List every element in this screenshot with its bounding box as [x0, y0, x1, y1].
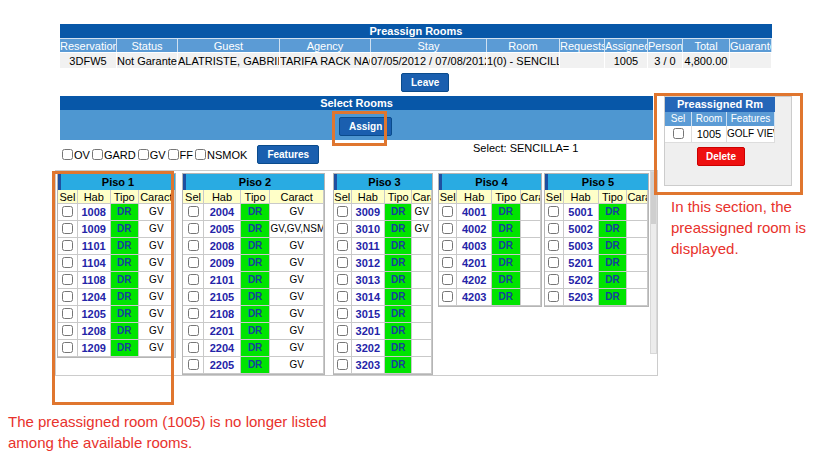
room-number-link[interactable]: 1008 [78, 204, 111, 221]
scrollbar-thumb[interactable] [651, 172, 656, 224]
room-number-link[interactable]: 2105 [204, 289, 241, 306]
room-number-link[interactable]: 1204 [78, 289, 111, 306]
room-select-checkbox[interactable] [337, 206, 348, 217]
room-select-checkbox[interactable] [62, 325, 73, 336]
room-number-link[interactable]: 3013 [352, 272, 385, 289]
room-select-checkbox[interactable] [442, 257, 453, 268]
room-type-cell: DR [111, 204, 139, 221]
room-number-link[interactable]: 1209 [78, 340, 111, 357]
features-button[interactable]: Features [257, 145, 319, 164]
room-number-link[interactable]: 3015 [352, 306, 385, 323]
room-select-checkbox[interactable] [188, 257, 199, 268]
room-number-link[interactable]: 1104 [78, 255, 111, 272]
room-number-link[interactable]: 3202 [352, 340, 385, 357]
room-select-checkbox[interactable] [442, 240, 453, 251]
room-select-checkbox[interactable] [337, 240, 348, 251]
leave-button[interactable]: Leave [401, 73, 449, 92]
room-number-link[interactable]: 5201 [564, 255, 599, 272]
room-number-link[interactable]: 2101 [204, 272, 241, 289]
filter-checkbox-gard[interactable] [92, 149, 103, 160]
room-select-checkbox[interactable] [62, 342, 73, 353]
room-number-link[interactable]: 1208 [78, 323, 111, 340]
room-number-link[interactable]: 1108 [78, 272, 111, 289]
room-select-checkbox[interactable] [62, 274, 73, 285]
room-number-link[interactable]: 3201 [352, 323, 385, 340]
room-select-cell [58, 272, 78, 289]
room-number-link[interactable]: 4203 [457, 289, 492, 306]
room-select-checkbox[interactable] [337, 274, 348, 285]
room-number-link[interactable]: 3009 [352, 204, 385, 221]
room-number-link[interactable]: 5202 [564, 272, 599, 289]
delete-button[interactable]: Delete [697, 147, 745, 166]
filter-checkbox-ov[interactable] [62, 149, 73, 160]
room-number-link[interactable]: 2005 [204, 221, 241, 238]
room-select-checkbox[interactable] [62, 206, 73, 217]
room-number-link[interactable]: 5203 [564, 289, 599, 306]
room-select-checkbox[interactable] [548, 206, 559, 217]
filter-checkbox-gv[interactable] [138, 149, 149, 160]
room-number-link[interactable]: 2201 [204, 323, 241, 340]
room-number-link[interactable]: 1205 [78, 306, 111, 323]
room-number-link[interactable]: 4202 [457, 272, 492, 289]
room-number-link[interactable]: 4001 [457, 204, 492, 221]
room-select-checkbox[interactable] [442, 274, 453, 285]
room-select-checkbox[interactable] [337, 308, 348, 319]
filter-checkbox-ff[interactable] [168, 149, 179, 160]
room-select-checkbox[interactable] [188, 240, 199, 251]
room-number-link[interactable]: 4003 [457, 238, 492, 255]
room-number-link[interactable]: 3010 [352, 221, 385, 238]
room-select-checkbox[interactable] [188, 223, 199, 234]
room-select-checkbox[interactable] [548, 257, 559, 268]
room-select-checkbox[interactable] [188, 206, 199, 217]
room-select-checkbox[interactable] [337, 257, 348, 268]
room-number-link[interactable]: 3014 [352, 289, 385, 306]
room-number-link[interactable]: 2205 [204, 357, 241, 374]
room-number-link[interactable]: 5001 [564, 204, 599, 221]
room-number-link[interactable]: 3203 [352, 357, 385, 374]
room-number-link[interactable]: 1101 [78, 238, 111, 255]
room-select-checkbox[interactable] [62, 223, 73, 234]
room-select-checkbox[interactable] [442, 206, 453, 217]
room-select-checkbox[interactable] [188, 325, 199, 336]
room-select-checkbox[interactable] [548, 274, 559, 285]
room-type-cell: DR [599, 238, 628, 255]
room-number-link[interactable]: 3012 [352, 255, 385, 272]
room-select-checkbox[interactable] [337, 291, 348, 302]
room-number-link[interactable]: 4002 [457, 221, 492, 238]
room-select-checkbox[interactable] [188, 308, 199, 319]
room-select-checkbox[interactable] [188, 274, 199, 285]
room-select-checkbox[interactable] [188, 342, 199, 353]
room-select-checkbox[interactable] [62, 257, 73, 268]
room-select-checkbox[interactable] [442, 291, 453, 302]
room-select-checkbox[interactable] [188, 291, 199, 302]
preassigned-select-checkbox[interactable] [673, 128, 684, 139]
room-select-cell [439, 289, 457, 306]
room-select-checkbox[interactable] [442, 223, 453, 234]
assign-button[interactable]: Assign [339, 117, 392, 136]
room-select-checkbox[interactable] [337, 342, 348, 353]
room-select-checkbox[interactable] [548, 291, 559, 302]
rooms-scrollbar[interactable] [650, 171, 657, 354]
room-number-link[interactable]: 4201 [457, 255, 492, 272]
room-number-link[interactable]: 1009 [78, 221, 111, 238]
room-number-link[interactable]: 5002 [564, 221, 599, 238]
room-select-checkbox[interactable] [548, 240, 559, 251]
room-row: 4001DR [439, 204, 541, 221]
room-select-checkbox[interactable] [188, 359, 199, 370]
filter-checkbox-nsmok[interactable] [195, 149, 206, 160]
room-number-link[interactable]: 3011 [352, 238, 385, 255]
room-select-checkbox[interactable] [62, 291, 73, 302]
room-number-link[interactable]: 2008 [204, 238, 241, 255]
room-select-checkbox[interactable] [548, 223, 559, 234]
room-number-link[interactable]: 2108 [204, 306, 241, 323]
room-number-link[interactable]: 2009 [204, 255, 241, 272]
room-select-checkbox[interactable] [337, 223, 348, 234]
room-number-link[interactable]: 2204 [204, 340, 241, 357]
room-number-link[interactable]: 5003 [564, 238, 599, 255]
room-number-link[interactable]: 2004 [204, 204, 241, 221]
room-select-checkbox[interactable] [337, 359, 348, 370]
room-features-cell [521, 204, 541, 221]
room-select-checkbox[interactable] [62, 308, 73, 319]
room-select-checkbox[interactable] [62, 240, 73, 251]
room-select-checkbox[interactable] [337, 325, 348, 336]
